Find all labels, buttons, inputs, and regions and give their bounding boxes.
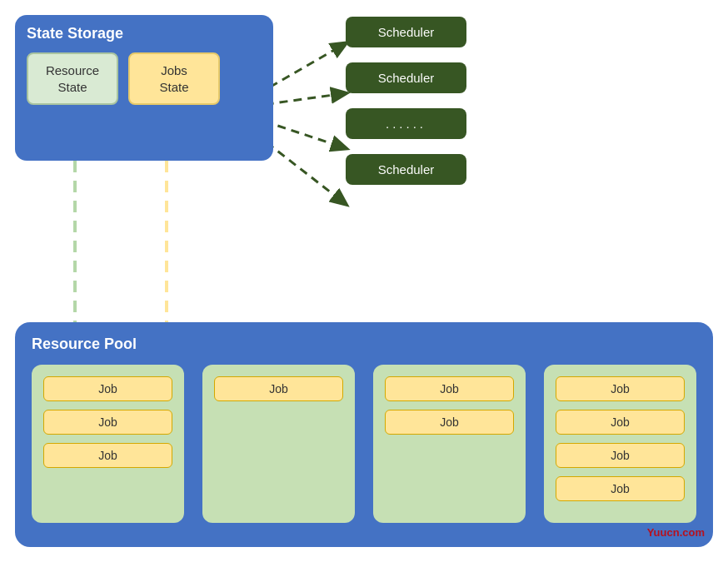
job-tag: Job: [556, 443, 685, 468]
main-container: State Storage ResourceState JobsState Sc…: [0, 0, 728, 562]
resource-cards: Job Job Job Job Job Job Job Job Job Job: [32, 365, 696, 523]
job-tag: Job: [556, 476, 685, 501]
resource-card-4: Job Job Job Job: [544, 365, 696, 523]
resource-card-1: Job Job Job: [32, 365, 184, 523]
scheduler-dots: ......: [346, 108, 466, 139]
job-tag: Job: [556, 410, 685, 435]
job-tag: Job: [43, 443, 172, 468]
resource-card-3: Job Job: [373, 365, 526, 523]
state-storage-title: State Storage: [27, 25, 262, 42]
state-storage-box: State Storage ResourceState JobsState: [15, 15, 273, 161]
resource-card-2: Job: [202, 365, 355, 523]
job-tag: Job: [214, 376, 343, 401]
job-tag: Job: [43, 376, 172, 401]
job-tag: Job: [556, 376, 685, 401]
job-tag: Job: [43, 410, 172, 435]
resource-pool-title: Resource Pool: [32, 336, 696, 353]
scheduler-box-3: Scheduler: [346, 154, 466, 185]
watermark: Yuucn.com: [647, 526, 705, 539]
scheduler-box-1: Scheduler: [346, 17, 466, 47]
job-tag: Job: [385, 376, 514, 401]
resource-state-box: ResourceState: [27, 52, 118, 105]
scheduler-box-2: Scheduler: [346, 62, 466, 93]
state-boxes: ResourceState JobsState: [27, 52, 262, 105]
resource-pool: Resource Pool Job Job Job Job Job Job Jo…: [15, 322, 713, 547]
jobs-state-box: JobsState: [128, 52, 220, 105]
schedulers-container: Scheduler Scheduler ...... Scheduler: [346, 17, 466, 185]
job-tag: Job: [385, 410, 514, 435]
